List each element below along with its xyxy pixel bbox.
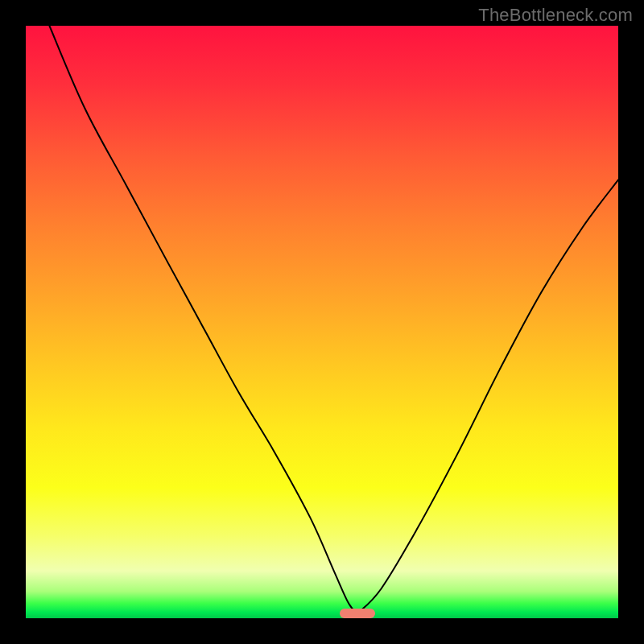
plot-area bbox=[26, 26, 618, 618]
curve-overlay bbox=[26, 26, 618, 618]
curve-left-branch bbox=[49, 26, 357, 613]
minimum-marker bbox=[340, 609, 375, 618]
watermark-text: TheBottleneck.com bbox=[478, 5, 633, 26]
curve-right-branch bbox=[357, 180, 618, 613]
chart-frame: TheBottleneck.com bbox=[0, 0, 644, 644]
